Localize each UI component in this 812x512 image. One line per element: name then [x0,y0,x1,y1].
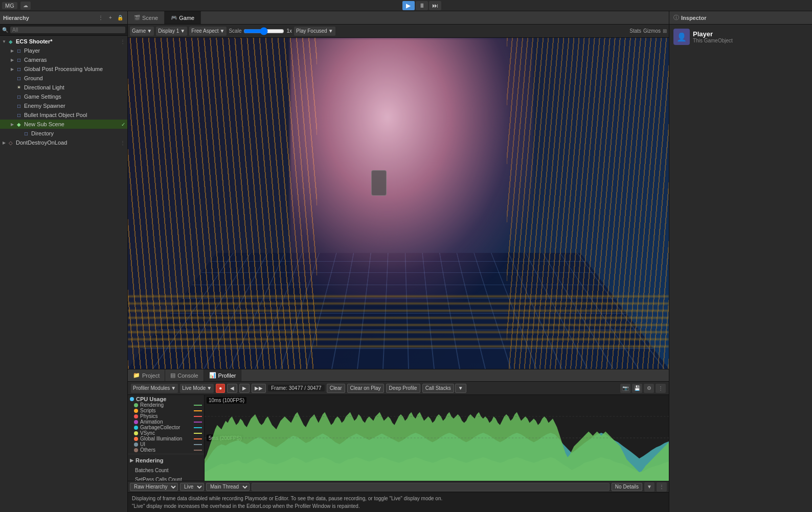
stats-button[interactable]: Stats [629,28,641,34]
player-character [371,170,387,196]
directory-icon: □ [22,130,30,137]
project-tab-label: Project [142,373,160,379]
tab-scene[interactable]: 🎬 Scene [128,11,165,24]
cpu-vsync[interactable]: VSync [128,430,204,436]
cloud-icon[interactable]: ☁ [20,2,31,10]
tree-item-dontdestroy[interactable]: ▶ ◇ DontDestroyOnLoad ⋮ [0,138,127,147]
cpu-gc[interactable]: GarbageCollector [128,425,204,430]
console-tab-icon: ▤ [170,372,175,379]
tree-item-enemyspawner[interactable]: □ Enemy Spawner [0,101,127,110]
profiler-search-input[interactable] [252,483,610,491]
profiler-tabs: 📁 Project ▤ Console 📊 Profiler [128,369,669,382]
cpu-scripts[interactable]: Scripts [128,408,204,413]
display-dropdown[interactable]: Display 1 ▼ [156,27,187,36]
live-mode-dropdown[interactable]: Live [180,483,204,491]
thread-dropdown[interactable]: Main Thread [206,483,250,491]
cpu-physics[interactable]: Physics [128,413,204,419]
call-stacks-button[interactable]: Call Stacks [422,384,454,393]
pause-button[interactable]: ⏸ [416,1,428,10]
tree-item-root[interactable]: ▼ ◆ ECS Shooter* ⋮ [0,37,127,46]
hierarchy-title: Hierarchy [3,15,29,21]
profiler-modules-label: Profiler Modules [133,385,170,391]
rendering-section-header: ▶ Rendering [128,455,204,466]
tree-arrow-subscene: ▶ [9,121,15,127]
game-mode-dropdown[interactable]: Game ▼ [130,27,154,36]
directory-label: Directory [31,130,54,136]
cpu-dot [130,397,134,401]
top-bar: MG ☁ ▶ ⏸ ⏭ [0,0,812,11]
cpu-sidebar: CPU Usage Rendering Scripts Physi [128,395,205,481]
profiler-save-btn[interactable]: 💾 [632,384,642,393]
profiler-modules-dropdown[interactable]: Profiler Modules ▼ [131,384,178,393]
last-frame-button[interactable]: ▶▶ [252,384,266,393]
hierarchy-search-input[interactable] [10,27,125,33]
profiler-settings-btn[interactable]: ⚙ [644,384,654,393]
tree-arrow: ▼ [1,38,7,44]
bottom-menu-btn[interactable]: ⋮ [657,482,667,492]
cpu-usage-header: CPU Usage [128,396,204,402]
player-3d-icon: 👤 [676,32,687,42]
deep-profile-button[interactable]: Deep Profile [386,384,420,393]
viewport [128,38,669,369]
inspector-obj-name: Player [693,30,733,38]
bulletpool-label: Bullet Impact Object Pool [24,112,87,118]
game-canvas [128,38,669,369]
ground-icon: □ [15,75,22,82]
profiler-tab-project[interactable]: 📁 Project [128,369,165,381]
call-stacks-arrow[interactable]: ▼ [455,384,466,393]
clear-button[interactable]: Clear [327,384,345,393]
tree-item-dirlight[interactable]: ☀ Directional Light [0,83,127,92]
others-dash [194,450,202,451]
animation-dot [134,420,138,424]
cpu-gi[interactable]: Global Illumination [128,436,204,441]
cpu-ui[interactable]: UI [128,441,204,447]
profiler-mode-dropdown[interactable]: Live Mode ▼ [180,384,214,393]
inspector-title: Inspector [681,15,707,21]
tree-item-player[interactable]: ▶ □ Player [0,46,127,55]
cpu-others[interactable]: Others [128,447,204,453]
dontdestroy-icon: ◇ [7,139,14,146]
play-focused-dropdown[interactable]: Play Focused ▼ [294,27,335,36]
tree-arrow-enemyspawner [9,103,15,109]
prev-frame-button[interactable]: ◀ [227,384,237,393]
profiler-toolbar: Profiler Modules ▼ Live Mode ▼ ● ◀ ▶ ▶▶ … [128,382,669,395]
tab-game[interactable]: 🎮 Game [165,11,201,24]
no-details-arrow[interactable]: ▼ [644,482,655,492]
profiler-screenshot-btn[interactable]: 📷 [620,384,630,393]
profiler-menu-btn[interactable]: ⋮ [656,384,666,393]
profiler-tab-profiler[interactable]: 📊 Profiler [204,369,242,381]
clear-on-play-button[interactable]: Clear on Play [347,384,384,393]
aspect-dropdown[interactable]: Free Aspect ▼ [189,27,227,36]
tree-item-cameras[interactable]: ▶ □ Cameras [0,55,127,64]
scene-icon: ◆ [7,38,14,45]
gizmos-button[interactable]: Gizmos [643,28,661,34]
hierarchy-add-btn[interactable]: + [106,14,115,22]
status-line1: Displaying of frame data disabled while … [132,495,665,502]
tree-item-subscene[interactable]: ▶ ◆ New Sub Scene ✓ [0,120,127,129]
profiler-tab-console[interactable]: ▤ Console [165,369,204,381]
tree-item-ground[interactable]: □ Ground [0,74,127,83]
hierarchy-lock-btn[interactable]: 🔒 [116,14,124,22]
gamesettings-icon: □ [15,93,22,100]
gamesettings-label: Game Settings [24,94,61,100]
hierarchy-type-dropdown[interactable]: Raw Hierarchy [130,483,178,491]
scale-label: Scale [229,28,241,34]
bulletpool-icon: □ [15,111,22,119]
tree-item-gamesettings[interactable]: □ Game Settings [0,92,127,101]
game-toolbar: Game ▼ Display 1 ▼ Free Aspect ▼ Scale 1… [128,25,669,38]
scale-slider[interactable] [243,27,284,35]
tree-item-directory[interactable]: □ Directory [0,129,127,138]
step-button[interactable]: ⏭ [429,1,441,10]
record-button[interactable]: ● [216,384,225,393]
dirlight-label: Directional Light [24,84,64,90]
tree-item-postprocess[interactable]: ▶ □ Global Post Processing Volume [0,64,127,74]
hierarchy-search-bar: 🔍 [0,25,127,36]
play-button[interactable]: ▶ [402,1,415,10]
cpu-rendering[interactable]: Rendering [128,402,204,408]
cpu-animation[interactable]: Animation [128,419,204,425]
tree-item-bulletpool[interactable]: □ Bullet Impact Object Pool [0,110,127,120]
physics-dash [194,416,202,417]
inspector-content: 👤 Player This GameObject [669,25,812,512]
hierarchy-menu-btn[interactable]: ⋮ [97,14,105,22]
next-frame-left-button[interactable]: ▶ [239,384,250,393]
